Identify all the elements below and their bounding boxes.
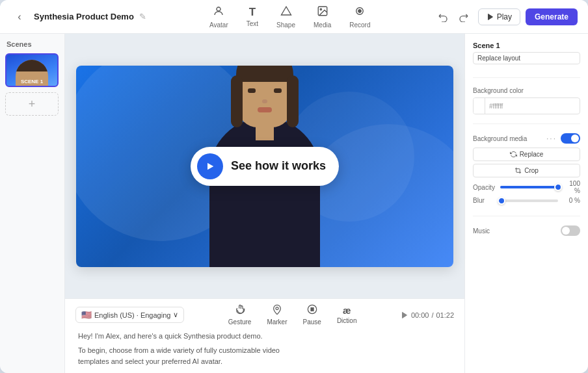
right-panel: Scene 1 Replace layout Background color … xyxy=(464,34,588,373)
back-button[interactable]: ‹ xyxy=(10,8,29,26)
toolbar-shape[interactable]: Shape xyxy=(276,5,295,29)
flag-icon: 🇺🇸 xyxy=(81,310,92,320)
cta-button[interactable]: See how it works xyxy=(191,147,339,186)
crop-button[interactable]: Crop xyxy=(473,164,580,177)
toolbar: Avatar T Text Shape xyxy=(146,5,434,29)
gesture-icon xyxy=(235,304,245,317)
divider-3 xyxy=(473,216,580,216)
undo-button[interactable] xyxy=(434,8,452,26)
color-hex-value: #ffffff xyxy=(485,103,580,110)
gesture-label: Gesture xyxy=(228,318,252,326)
shape-icon xyxy=(280,5,292,20)
bg-media-section: Background media ··· Replace xyxy=(473,133,580,207)
script-line-1: Hey! I'm Alex, and here's a quick Synthe… xyxy=(78,331,451,342)
svg-marker-12 xyxy=(402,312,407,318)
scene-thumb-1[interactable]: SCENE 1 xyxy=(5,53,59,87)
bg-color-section: Background color #ffffff xyxy=(473,87,580,114)
svg-rect-10 xyxy=(311,308,312,311)
diction-label: Diction xyxy=(337,317,357,324)
diction-icon: æ xyxy=(343,305,351,316)
opacity-track[interactable] xyxy=(500,186,558,188)
shape-label: Shape xyxy=(276,21,295,29)
app-window: ‹ Synthesia Product Demo ✎ Avatar T Text xyxy=(0,0,588,373)
pause-tool[interactable]: Pause xyxy=(303,304,321,326)
language-selector[interactable]: 🇺🇸 English (US) · Engaging ∨ xyxy=(75,307,184,323)
blur-thumb xyxy=(498,197,505,205)
media-icon xyxy=(317,5,328,20)
toolbar-avatar[interactable]: Avatar xyxy=(209,5,228,29)
svg-marker-1 xyxy=(281,6,291,15)
canvas: See how it works xyxy=(76,66,453,267)
undo-redo-group xyxy=(434,8,473,26)
svg-point-5 xyxy=(358,9,362,12)
svg-marker-7 xyxy=(207,162,213,170)
pause-label: Pause xyxy=(303,318,321,326)
toolbar-media[interactable]: Media xyxy=(314,5,331,29)
time-current: 00:00 xyxy=(411,311,429,319)
opacity-fill xyxy=(500,186,558,188)
text-label: Text xyxy=(247,20,258,27)
blur-track[interactable] xyxy=(500,199,558,202)
avatar-label: Avatar xyxy=(209,21,228,29)
play-label: Play xyxy=(497,12,512,21)
cta-text: See how it works xyxy=(231,159,326,173)
add-scene-button[interactable]: + xyxy=(5,92,59,116)
music-section: Music xyxy=(473,225,580,240)
scenes-panel: Scenes SCENE 1 + xyxy=(0,34,65,373)
toolbar-text[interactable]: T Text xyxy=(247,6,258,27)
color-swatch xyxy=(474,98,485,114)
top-bar: ‹ Synthesia Product Demo ✎ Avatar T Text xyxy=(0,0,588,34)
canvas-wrapper: See how it works xyxy=(65,34,464,298)
replace-layout-select[interactable]: Replace layout xyxy=(473,52,580,64)
avatar-right-eye xyxy=(274,88,282,93)
top-bar-right: Play Generate xyxy=(434,8,578,26)
avatar-icon xyxy=(213,5,224,20)
avatar-hair-right xyxy=(287,75,299,127)
scene-1-label: SCENE 1 xyxy=(7,79,57,84)
bg-media-row: Background media ··· xyxy=(473,133,580,144)
scene-section-title: Scene 1 xyxy=(473,42,580,49)
canvas-area: See how it works 🇺🇸 English (US) · Engag… xyxy=(65,34,464,373)
bg-media-toggle[interactable] xyxy=(561,133,580,144)
replace-layout-row: Replace layout xyxy=(473,52,580,64)
toolbar-record[interactable]: Record xyxy=(349,5,370,29)
lang-chevron-icon: ∨ xyxy=(173,311,178,319)
top-bar-left: ‹ Synthesia Product Demo ✎ xyxy=(10,8,146,26)
bg-color-input[interactable]: #ffffff xyxy=(473,97,580,114)
music-row: Music xyxy=(473,225,580,236)
avatar-lips xyxy=(258,107,272,112)
gesture-tool[interactable]: Gesture xyxy=(228,304,252,326)
edit-icon[interactable]: ✎ xyxy=(139,12,146,21)
main-content: Scenes SCENE 1 + xyxy=(0,34,588,373)
music-toggle[interactable] xyxy=(561,225,580,236)
divider-1 xyxy=(473,77,580,78)
time-total: 01:22 xyxy=(436,311,454,319)
redo-button[interactable] xyxy=(455,8,473,26)
cta-play-icon xyxy=(197,153,223,179)
replace-button[interactable]: Replace xyxy=(473,148,580,161)
marker-tool[interactable]: Marker xyxy=(267,304,287,326)
diction-tool[interactable]: æ Diction xyxy=(337,305,357,324)
media-label: Media xyxy=(314,21,331,29)
marker-icon xyxy=(272,304,282,317)
bg-media-dots[interactable]: ··· xyxy=(546,134,557,143)
scenes-label: Scenes xyxy=(5,40,59,48)
bottom-bar: 🇺🇸 English (US) · Engaging ∨ xyxy=(65,298,464,373)
script-line-3: templates and select your preferred AI a… xyxy=(78,356,451,368)
avatar-hair-left xyxy=(231,75,243,127)
time-separator: / xyxy=(431,311,433,319)
blur-label: Blur xyxy=(473,197,496,204)
svg-point-3 xyxy=(320,8,321,10)
opacity-value: 100 % xyxy=(562,180,580,194)
svg-point-0 xyxy=(217,7,220,11)
record-label: Record xyxy=(349,21,370,29)
svg-point-8 xyxy=(276,307,278,310)
blur-value: 0 % xyxy=(562,197,580,204)
generate-button[interactable]: Generate xyxy=(526,8,578,25)
project-title: Synthesia Product Demo xyxy=(34,12,134,21)
play-button[interactable]: Play xyxy=(478,8,520,25)
record-icon xyxy=(354,5,366,20)
scene-section: Scene 1 Replace layout xyxy=(473,42,580,68)
script-area: Hey! I'm Alex, and here's a quick Synthe… xyxy=(75,331,454,368)
avatar-nose xyxy=(262,99,267,103)
